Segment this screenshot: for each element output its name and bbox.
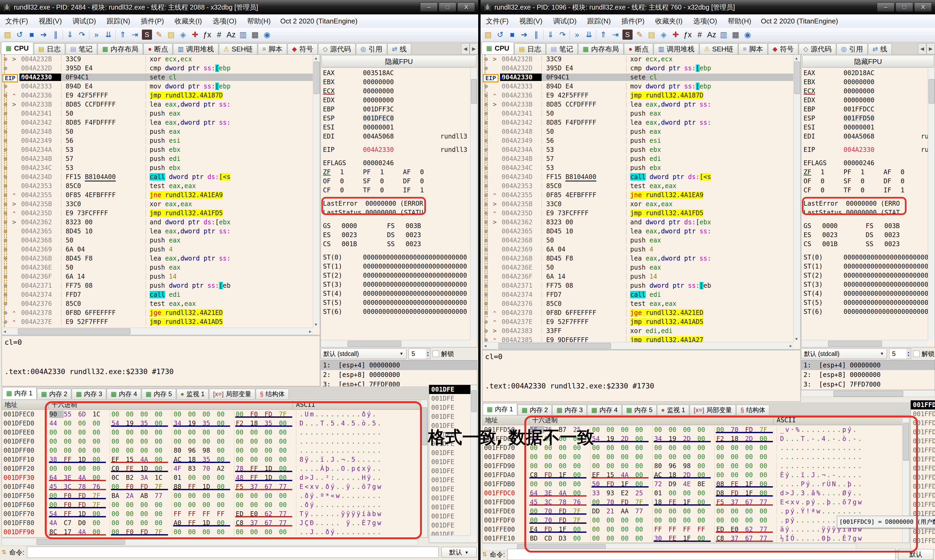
register-row[interactable]: ECX00000000 xyxy=(323,86,470,95)
dump-row[interactable]: 001FFD8000000000000000000000000000000000… xyxy=(483,452,909,462)
disasm-row[interactable]: 004A2333894D E4mov dword ptr ss:[ebp xyxy=(483,82,800,91)
stack-address-row[interactable]: 001DFE xyxy=(429,521,477,530)
dump-row[interactable]: 001DFF40453C787600F0FD7F88FF1D00F5376777… xyxy=(2,482,427,491)
tab-scroll-button[interactable]: ◀ xyxy=(918,43,926,54)
patch-icon[interactable]: ✎ xyxy=(153,29,165,40)
tab-memory-map[interactable]: ▦内存布局 xyxy=(578,43,623,54)
tab-dump-5[interactable]: ▦内存 5 xyxy=(142,389,176,399)
disassembly-pane[interactable]: >004A232B33C9xor ecx,ecx004A232D395D E4c… xyxy=(482,54,801,349)
animate-icon[interactable]: S xyxy=(142,29,152,40)
stack-address-row[interactable]: 001DFE xyxy=(429,503,477,512)
stop-icon[interactable]: ■ xyxy=(26,29,38,40)
disasm-row[interactable]: 004A23658D45 10lea eax,dword ptr ss: xyxy=(483,227,800,236)
register-row[interactable]: ESI00000001 xyxy=(323,123,470,132)
disasm-row[interactable]: >004A233B8D85 CCFDFFFFlea eax,dword ptr … xyxy=(483,100,800,109)
run-icon[interactable]: ➔ xyxy=(518,29,530,40)
stack-address-row[interactable]: 001FFD6 xyxy=(911,464,935,473)
stack-address-row[interactable]: 001FFD8 xyxy=(911,527,935,536)
disasm-row[interactable]: >004A232B33C9xor ecx,ecx xyxy=(483,55,800,64)
tab-script[interactable]: ≡脚本 xyxy=(739,43,767,54)
stack-address-row[interactable]: 001DFE xyxy=(429,475,477,485)
menu-item[interactable]: 视图(V) xyxy=(514,17,548,26)
tab-cpu[interactable]: ▦CPU xyxy=(481,42,514,54)
tab-watch-1[interactable]: ●监视 1 xyxy=(177,389,209,399)
trace-over-icon[interactable]: ⇊ xyxy=(102,29,114,40)
trace-into-icon[interactable]: » xyxy=(90,29,102,40)
register-row[interactable]: EDX00000000 xyxy=(323,95,470,105)
dump-row[interactable]: 001DFEC090556D1C000000000000000000F0FD7F… xyxy=(2,410,427,419)
dump-hscrollbar[interactable] xyxy=(2,538,418,546)
tab-script[interactable]: ≡脚本 xyxy=(258,43,287,54)
stack-argument-row[interactable]: 2: [esp+8] 00000000 xyxy=(801,370,935,380)
menu-item[interactable]: 收藏夹(I) xyxy=(169,17,207,26)
menu-item[interactable]: 文件(F) xyxy=(481,17,514,26)
args-hscrollbar[interactable] xyxy=(801,390,935,397)
disasm-row[interactable]: 004A232D395D E4cmp dword ptr ss:[ebp xyxy=(483,64,800,73)
stack-icon[interactable]: ▥ xyxy=(717,29,730,40)
close-button[interactable]: X xyxy=(457,2,475,12)
disasm-row[interactable]: 004A23428D85 F4FDFFFFlea eax,dword ptr s… xyxy=(2,118,320,127)
dump-row[interactable]: 001FFDD0453C78760070FD7F18FE1F00F5376777… xyxy=(483,498,909,507)
disasm-row[interactable]: 004A234850push eax xyxy=(2,127,320,136)
bookmark-icon[interactable]: ✚ xyxy=(189,29,201,40)
minimize-button[interactable]: – xyxy=(877,2,895,12)
disasm-row[interactable]: ^004A235DE9 73FCFFFFjmp rundll32.4A1FD5 xyxy=(2,209,320,218)
menu-item[interactable]: 跟踪(N) xyxy=(101,17,136,26)
title-bar[interactable]: rundll32.exe - PID: 2484 - 模块: rundll32.… xyxy=(0,0,478,14)
tab-threads[interactable]: ⇄线 xyxy=(387,43,411,54)
label-icon[interactable]: ◈ xyxy=(177,29,189,40)
disasm-row[interactable]: 004A2374FFD7call edi xyxy=(2,290,320,299)
eip-register-row[interactable]: EIP004A2330rundll3 xyxy=(323,145,470,154)
memory-dump-pane[interactable]: 地址 十六进制 ASCII 001DFEC090556D1C0000000000… xyxy=(2,400,428,538)
tab-references[interactable]: ◎引用 xyxy=(356,43,387,54)
disasm-row[interactable]: 004A234C53push ebx xyxy=(2,163,320,172)
stack-icon[interactable]: ▥ xyxy=(237,29,249,40)
disasm-row[interactable]: 004A236B8D45 F8lea eax,dword ptr ss: xyxy=(483,254,800,263)
close-button[interactable]: X xyxy=(914,2,932,12)
disasm-row[interactable]: 004A236F6A 14push 14 xyxy=(483,272,800,281)
tab-dump-2[interactable]: ▦内存 2 xyxy=(518,405,552,415)
bookmark-icon[interactable]: ✚ xyxy=(670,29,682,40)
hash-icon[interactable]: # xyxy=(694,29,706,40)
stop-icon[interactable]: ■ xyxy=(506,29,518,40)
dump-row[interactable]: 001DFF908C174A0000F0FD7F0000000000000000… xyxy=(2,528,427,537)
command-input[interactable] xyxy=(27,547,439,558)
disasm-row[interactable]: 004A234956push esi xyxy=(483,136,800,145)
disasm-row[interactable]: 004A23428D85 F4FDFFFFlea eax,dword ptr s… xyxy=(483,118,800,127)
restart-icon[interactable]: ↺ xyxy=(494,29,506,40)
register-row[interactable]: EBP001FFDCC xyxy=(804,105,928,114)
disasm-row[interactable]: 004A2374FFD7call edi xyxy=(483,290,800,299)
disasm-row[interactable]: >004A233B8D85 CCFDFFFFlea eax,dword ptr … xyxy=(2,100,320,109)
stack-address-row[interactable]: 001DFE xyxy=(429,512,477,521)
disasm-row[interactable]: 004A234A53push ebx xyxy=(2,145,320,154)
stack-address-row[interactable]: 001DFE xyxy=(429,485,477,494)
tab-dump-4[interactable]: ▦内存 4 xyxy=(106,389,141,399)
disasm-row[interactable]: 004A23300F94C1sete cl xyxy=(483,73,800,82)
calling-convention-select[interactable]: 默认 (stdcall) ▼ xyxy=(801,348,887,359)
disasm-row[interactable]: >004A232B33C9xor ecx,ecx xyxy=(2,55,320,64)
disasm-row[interactable]: 004A236E50push eax xyxy=(483,263,800,272)
disasm-row[interactable]: ^004A237EE9 52F7FFFFjmp rundll32.4A1AD5 xyxy=(2,317,320,326)
maximize-button[interactable]: □ xyxy=(439,2,456,12)
disasm-row[interactable]: 004A236F6A 14push 14 xyxy=(2,272,320,281)
menu-item[interactable]: 插件(P) xyxy=(136,17,169,26)
trace-into-icon[interactable]: » xyxy=(571,29,583,40)
disasm-row[interactable]: 004A23300F94C1sete cl xyxy=(2,73,320,82)
disasm-row[interactable]: ^004A2336E9 42F5FFFFjmp rundll32.4A187D xyxy=(483,91,800,100)
command-preset-select[interactable]: 默认 xyxy=(898,549,933,560)
stack-address-row[interactable]: 001FFD5 xyxy=(911,428,935,437)
stack-arguments-pane[interactable]: 1: [esp+4] 000000002: [esp+8] 000000003:… xyxy=(801,360,935,390)
open-file-icon[interactable]: ▨ xyxy=(482,29,494,40)
minimize-button[interactable]: – xyxy=(420,2,438,12)
dump-row[interactable]: 001DFED0440000005419350034193500F2183500… xyxy=(2,419,427,428)
tab-dump-1[interactable]: ▦内存 1 xyxy=(483,403,517,415)
unlock-checkbox[interactable] xyxy=(913,351,920,357)
stack-address-row[interactable]: 001DFE xyxy=(429,494,477,503)
tab-struct[interactable]: §结构体 xyxy=(256,389,289,399)
tab-notes[interactable]: ▤笔记 xyxy=(546,43,578,54)
tab-seh[interactable]: ⚠SEH链 xyxy=(219,43,258,54)
registers-vscrollbar[interactable] xyxy=(928,68,935,340)
dump-row[interactable]: 001FFDB00000000050FD1F0072D94E8E08FE1F00… xyxy=(483,480,909,489)
tab-log[interactable]: ▤日志 xyxy=(514,43,546,54)
step-over-icon[interactable]: ↷ xyxy=(557,29,569,40)
